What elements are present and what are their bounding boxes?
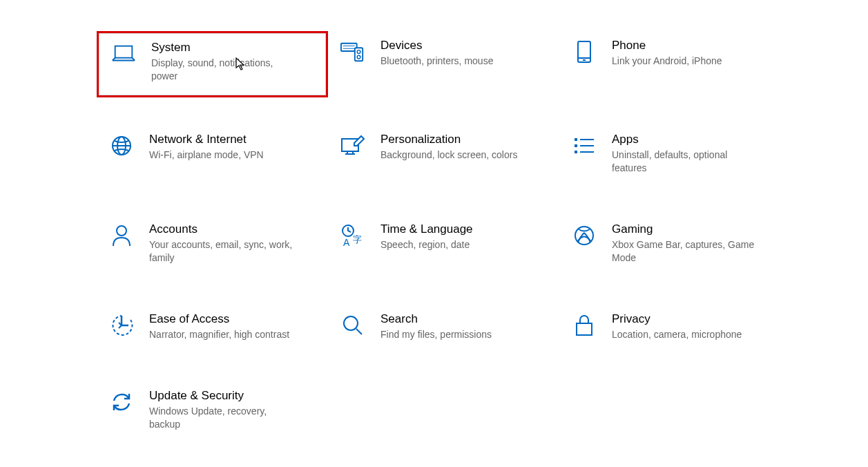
category-title: Devices — [380, 38, 544, 53]
svg-line-29 — [356, 329, 362, 334]
laptop-icon — [111, 41, 136, 66]
apps-icon — [572, 133, 597, 158]
svg-rect-7 — [578, 41, 590, 62]
category-title: System — [151, 40, 311, 55]
category-desc: Speech, region, date — [380, 238, 525, 251]
category-title: Apps — [612, 132, 775, 147]
category-desc: Link your Android, iPhone — [612, 55, 757, 68]
category-devices[interactable]: Devices Bluetooth, printers, mouse — [328, 31, 559, 97]
category-desc: Windows Update, recovery, backup — [149, 405, 294, 431]
svg-rect-19 — [575, 151, 577, 153]
category-desc: Wi-Fi, airplane mode, VPN — [149, 149, 294, 162]
category-time-language[interactable]: A 字 Time & Language Speech, region, date — [328, 215, 559, 277]
category-text: Network & Internet Wi-Fi, airplane mode,… — [149, 132, 320, 162]
category-desc: Display, sound, notifications, power — [151, 57, 296, 83]
category-text: Accounts Your accounts, email, sync, wor… — [149, 222, 320, 265]
category-desc: Xbox Game Bar, captures, Game Mode — [612, 238, 757, 265]
category-title: Privacy — [612, 312, 775, 327]
xbox-icon — [572, 223, 597, 248]
category-system[interactable]: System Display, sound, notifications, po… — [97, 31, 328, 97]
category-desc: Narrator, magnifier, high contrast — [149, 328, 294, 341]
settings-categories-grid: System Display, sound, notifications, po… — [97, 31, 868, 444]
globe-icon — [109, 133, 134, 158]
sync-icon — [109, 390, 134, 414]
category-title: Search — [380, 312, 544, 327]
category-title: Personalization — [380, 132, 544, 147]
category-text: Phone Link your Android, iPhone — [612, 38, 782, 68]
svg-point-23 — [117, 226, 126, 236]
category-desc: Background, lock screen, colors — [380, 149, 525, 162]
category-text: Apps Uninstall, defaults, optional featu… — [612, 132, 782, 175]
category-text: Search Find my files, permissions — [380, 312, 551, 341]
phone-icon — [572, 39, 597, 64]
search-icon — [340, 313, 365, 338]
category-desc: Find my files, permissions — [380, 328, 525, 341]
category-title: Gaming — [612, 222, 775, 237]
category-search[interactable]: Search Find my files, permissions — [328, 305, 559, 354]
category-title: Accounts — [149, 222, 313, 237]
category-gaming[interactable]: Gaming Xbox Game Bar, captures, Game Mod… — [559, 215, 791, 277]
category-accounts[interactable]: Accounts Your accounts, email, sync, wor… — [97, 215, 328, 277]
time-language-icon: A 字 — [340, 223, 365, 248]
category-ease-of-access[interactable]: Ease of Access Narrator, magnifier, high… — [97, 305, 328, 354]
devices-icon — [340, 39, 365, 64]
category-title: Network & Internet — [149, 132, 313, 147]
category-privacy[interactable]: Privacy Location, camera, microphone — [559, 305, 791, 354]
category-title: Ease of Access — [149, 312, 313, 327]
category-personalization[interactable]: Personalization Background, lock screen,… — [328, 125, 559, 187]
category-text: Devices Bluetooth, printers, mouse — [380, 38, 551, 68]
category-text: Personalization Background, lock screen,… — [380, 132, 551, 162]
svg-rect-30 — [577, 323, 592, 335]
category-text: Privacy Location, camera, microphone — [612, 312, 782, 341]
category-title: Update & Security — [149, 388, 313, 403]
category-text: Gaming Xbox Game Bar, captures, Game Mod… — [612, 222, 782, 265]
category-update-security[interactable]: Update & Security Windows Update, recove… — [97, 381, 328, 444]
person-icon — [109, 223, 134, 248]
personalization-icon — [340, 133, 365, 158]
category-network[interactable]: Network & Internet Wi-Fi, airplane mode,… — [97, 125, 328, 187]
category-desc: Bluetooth, printers, mouse — [380, 55, 525, 68]
svg-rect-17 — [575, 138, 577, 141]
category-phone[interactable]: Phone Link your Android, iPhone — [559, 31, 791, 97]
category-title: Time & Language — [380, 222, 544, 237]
category-desc: Your accounts, email, sync, work, family — [149, 238, 294, 265]
svg-text:A: A — [343, 237, 350, 247]
category-title: Phone — [612, 38, 775, 53]
category-desc: Location, camera, microphone — [612, 328, 757, 341]
category-text: System Display, sound, notifications, po… — [151, 40, 318, 83]
category-apps[interactable]: Apps Uninstall, defaults, optional featu… — [559, 125, 791, 187]
svg-point-28 — [344, 316, 358, 330]
category-desc: Uninstall, defaults, optional features — [612, 149, 757, 175]
svg-text:字: 字 — [353, 234, 362, 245]
svg-rect-0 — [115, 46, 133, 58]
category-text: Time & Language Speech, region, date — [380, 222, 551, 251]
category-text: Update & Security Windows Update, recove… — [149, 388, 320, 431]
category-text: Ease of Access Narrator, magnifier, high… — [149, 312, 320, 341]
ease-of-access-icon — [109, 313, 134, 338]
svg-rect-18 — [575, 144, 577, 147]
lock-icon — [572, 313, 597, 338]
